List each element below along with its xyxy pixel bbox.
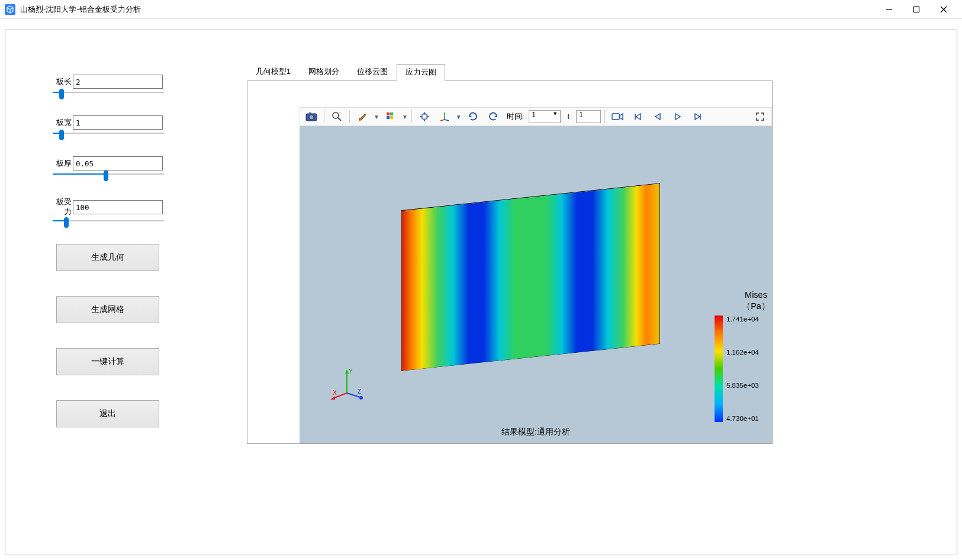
param-length-label: 板长	[53, 77, 72, 87]
tab-bar: 几何模型1 网格划分 位移云图 应力云图	[247, 63, 773, 81]
exit-button[interactable]: 退出	[56, 400, 159, 427]
generate-mesh-button[interactable]: 生成网格	[56, 296, 159, 323]
step-back-icon[interactable]	[563, 108, 574, 125]
color-legend: Mises（Pa） 1.741e+04 1.162e+04 5.835e+03 …	[709, 289, 803, 422]
camera-icon[interactable]	[303, 108, 320, 125]
svg-text:Z: Z	[358, 388, 361, 395]
app-icon	[5, 4, 15, 15]
parameter-panel: 板长 板宽 板厚	[53, 75, 171, 452]
param-force-input[interactable]	[73, 200, 163, 214]
close-button[interactable]	[930, 0, 957, 19]
param-force-label: 板受力	[53, 197, 72, 217]
svg-rect-11	[387, 116, 390, 119]
svg-marker-26	[330, 396, 335, 400]
maximize-button[interactable]	[903, 0, 930, 19]
svg-text:X: X	[333, 390, 337, 396]
svg-line-15	[440, 120, 445, 121]
svg-line-16	[445, 120, 449, 121]
tab-stress[interactable]: 应力云图	[397, 64, 445, 81]
param-width-slider[interactable]	[53, 133, 164, 134]
tab-mesh[interactable]: 网格划分	[300, 63, 348, 81]
content-frame: 板长 板宽 板厚	[5, 30, 957, 555]
time-label: 时间:	[507, 112, 524, 122]
viewport-caption: 结果模型:通用分析	[501, 427, 570, 437]
brush-icon[interactable]	[353, 108, 371, 125]
param-thickness: 板厚	[53, 156, 171, 175]
compute-button[interactable]: 一键计算	[56, 348, 159, 375]
param-width-label: 板宽	[53, 118, 72, 128]
refresh-ccw-icon[interactable]	[484, 108, 502, 125]
svg-point-29	[359, 396, 363, 400]
param-thickness-slider[interactable]	[53, 173, 164, 175]
svg-point-7	[333, 112, 339, 118]
param-thickness-label: 板厚	[53, 159, 72, 169]
axis-gizmo: Y X Z	[329, 366, 365, 402]
svg-rect-10	[390, 112, 393, 115]
tab-geometry[interactable]: 几何模型1	[247, 63, 300, 81]
svg-point-5	[309, 115, 314, 120]
param-width: 板宽	[53, 115, 171, 134]
param-width-input[interactable]	[73, 115, 163, 130]
3d-viewport[interactable]: Y X Z 结果模型:通用分析	[300, 126, 772, 443]
svg-text:Y: Y	[349, 368, 353, 375]
svg-rect-18	[612, 114, 619, 120]
play-next-icon[interactable]	[669, 108, 687, 125]
legend-ticks: 1.741e+04 1.162e+04 5.835e+03 4.730e+01	[726, 316, 759, 422]
svg-rect-1	[914, 7, 919, 12]
legend-title: Mises（Pa）	[709, 289, 803, 312]
param-force: 板受力	[53, 197, 171, 221]
visualization-panel: 几何模型1 网格划分 位移云图 应力云图 ▼ ▼	[247, 63, 773, 444]
param-length-input[interactable]	[73, 75, 163, 89]
param-force-slider[interactable]	[53, 220, 164, 221]
svg-rect-9	[387, 112, 390, 115]
svg-line-8	[338, 118, 341, 121]
param-length-slider[interactable]	[53, 92, 164, 93]
refresh-cw-icon[interactable]	[464, 108, 482, 125]
play-prev-icon[interactable]	[649, 108, 667, 125]
param-thickness-input[interactable]	[73, 156, 163, 170]
svg-rect-21	[401, 184, 659, 371]
zoom-icon[interactable]	[328, 108, 346, 125]
generate-geometry-button[interactable]: 生成几何	[56, 244, 159, 271]
fea-plate	[401, 183, 660, 371]
svg-rect-6	[309, 112, 311, 114]
record-icon[interactable]	[609, 108, 626, 125]
fullscreen-icon[interactable]	[751, 108, 769, 125]
tab-displacement[interactable]: 位移云图	[348, 63, 397, 81]
param-length: 板长	[53, 75, 171, 93]
time-dropdown[interactable]: 1▼	[529, 110, 561, 123]
move-icon[interactable]	[416, 108, 433, 125]
step-spinner[interactable]: 1	[576, 110, 601, 123]
window-title: 山杨烈-沈阳大学-铝合金板受力分析	[20, 4, 876, 15]
svg-rect-13	[422, 114, 427, 119]
window-titlebar: 山杨烈-沈阳大学-铝合金板受力分析	[0, 0, 962, 19]
svg-rect-12	[390, 116, 393, 119]
viz-frame: ▼ ▼ ▼ 时间: 1▼ 1	[247, 81, 773, 444]
skip-end-icon[interactable]	[689, 108, 707, 125]
viz-toolbar: ▼ ▼ ▼ 时间: 1▼ 1	[300, 107, 772, 126]
skip-start-icon[interactable]	[629, 108, 646, 125]
cube-palette-icon[interactable]	[382, 108, 400, 125]
svg-rect-17	[568, 114, 569, 119]
minimize-button[interactable]	[876, 0, 903, 19]
axes-icon[interactable]	[436, 108, 453, 125]
legend-colorbar	[715, 316, 723, 422]
